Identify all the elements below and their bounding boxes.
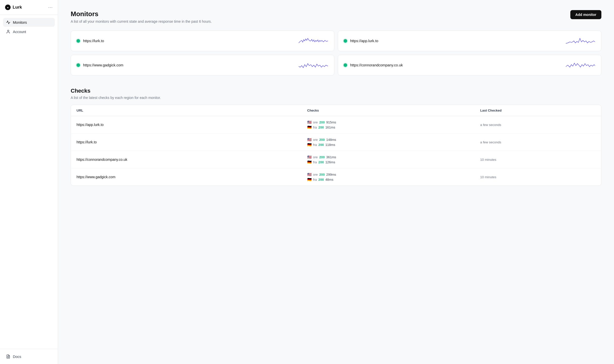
monitor-card-gadgick[interactable]: https://www.gadgick.com [71, 55, 334, 75]
table-row: https://www.gadgick.com 🇺🇸 ore 200 299ms… [71, 168, 601, 186]
region-code: ore [313, 155, 318, 159]
region-code: fra [313, 143, 317, 147]
logo-icon: ● [7, 6, 9, 9]
monitor-card-left: https://app.lurk.to [344, 39, 378, 43]
status-code: 200 [319, 173, 325, 176]
sidebar: ● Lurk ··· Monitors Account [0, 0, 58, 364]
sparkline-app-lurk-to [565, 36, 596, 46]
sidebar-item-account[interactable]: Account [3, 27, 55, 36]
check-line: 🇩🇪 fra 200 48ms [307, 177, 480, 181]
monitors-label: Monitors [13, 20, 27, 24]
monitor-url: https://lurk.to [83, 39, 104, 43]
region-code: ore [313, 138, 318, 142]
column-url: URL [76, 109, 307, 112]
monitor-card-app-lurk-to[interactable]: https://app.lurk.to [338, 31, 601, 51]
sparkline-connorand [565, 60, 596, 70]
page-header: Monitors A list of all your monitors wit… [71, 10, 601, 23]
more-options-icon[interactable]: ··· [48, 5, 53, 10]
logo-circle: ● [5, 5, 11, 10]
flag-icon: 🇺🇸 [307, 155, 312, 159]
flag-icon: 🇩🇪 [307, 125, 312, 129]
response-time: 915ms [326, 120, 336, 124]
sidebar-bottom: Docs [0, 349, 58, 364]
check-line: 🇺🇸 ore 200 148ms [307, 138, 480, 142]
sidebar-item-monitors[interactable]: Monitors [3, 18, 55, 27]
checks-subtitle: A list of the latest checks by each regi… [71, 96, 601, 100]
row-url: https://app.lurk.to [76, 123, 307, 127]
monitors-section: Monitors A list of all your monitors wit… [71, 10, 601, 75]
row-url: https://www.gadgick.com [76, 175, 307, 179]
monitor-url: https://app.lurk.to [350, 39, 378, 43]
response-time: 126ms [325, 160, 335, 164]
monitors-grid: https://lurk.to https://app.lurk.to [71, 31, 601, 75]
response-time: 361ms [326, 155, 336, 159]
main-content: Monitors A list of all your monitors wit… [58, 0, 614, 364]
status-code: 200 [319, 120, 325, 124]
flag-icon: 🇺🇸 [307, 172, 312, 176]
region-code: fra [313, 160, 317, 164]
logo: ● Lurk [5, 5, 22, 10]
checks-section: Checks A list of the latest checks by ea… [71, 88, 601, 186]
response-time: 118ms [325, 143, 335, 147]
check-line: 🇩🇪 fra 200 118ms [307, 143, 480, 147]
checks-cell: 🇺🇸 ore 200 915ms 🇩🇪 fra 200 161ms [307, 120, 480, 129]
monitor-card-left: https://lurk.to [76, 39, 104, 43]
last-checked: 10 minutes [480, 175, 596, 179]
checks-cell: 🇺🇸 ore 200 299ms 🇩🇪 fra 200 48ms [307, 172, 480, 181]
flag-icon: 🇺🇸 [307, 138, 312, 142]
page-title: Monitors [71, 10, 212, 18]
region-code: fra [313, 178, 317, 181]
last-checked: a few seconds [480, 140, 596, 144]
region-code: ore [313, 173, 318, 176]
status-code: 200 [318, 178, 324, 181]
response-time: 299ms [326, 173, 336, 176]
status-code: 200 [319, 155, 325, 159]
row-url: https://lurk.to [76, 140, 307, 144]
monitor-card-left: https://connorandcompany.co.uk [344, 63, 403, 67]
checks-table: URL Checks Last Checked https://app.lurk… [71, 105, 601, 186]
table-row: https://lurk.to 🇺🇸 ore 200 148ms 🇩🇪 fra … [71, 134, 601, 151]
monitor-card-connorand[interactable]: https://connorandcompany.co.uk [338, 55, 601, 75]
flag-icon: 🇩🇪 [307, 160, 312, 164]
column-last-checked: Last Checked [480, 109, 596, 112]
status-dot [76, 39, 80, 43]
app-name: Lurk [13, 5, 22, 10]
column-checks: Checks [307, 109, 480, 112]
svg-point-0 [8, 30, 9, 32]
page-subtitle: A list of all your monitors with current… [71, 19, 212, 23]
sparkline-gadgick [298, 60, 328, 70]
monitor-url: https://connorandcompany.co.uk [350, 63, 403, 67]
status-dot [344, 39, 347, 43]
add-monitor-button[interactable]: Add monitor [570, 10, 601, 19]
sidebar-logo: ● Lurk ··· [0, 0, 58, 15]
response-time: 48ms [325, 178, 334, 181]
page-header-text: Monitors A list of all your monitors wit… [71, 10, 212, 23]
region-code: ore [313, 120, 318, 124]
checks-title: Checks [71, 88, 601, 94]
row-url: https://connorandcompany.co.uk [76, 158, 307, 162]
response-time: 161ms [325, 125, 335, 129]
flag-icon: 🇩🇪 [307, 177, 312, 181]
table-row: https://connorandcompany.co.uk 🇺🇸 ore 20… [71, 151, 601, 168]
monitor-card-lurk-to[interactable]: https://lurk.to [71, 31, 334, 51]
flag-icon: 🇺🇸 [307, 120, 312, 124]
region-code: fra [313, 125, 317, 129]
check-line: 🇩🇪 fra 200 161ms [307, 125, 480, 129]
account-label: Account [13, 30, 26, 34]
table-header: URL Checks Last Checked [71, 105, 601, 116]
response-time: 148ms [326, 138, 336, 142]
monitor-card-left: https://www.gadgick.com [76, 63, 123, 67]
table-row: https://app.lurk.to 🇺🇸 ore 200 915ms 🇩🇪 … [71, 116, 601, 134]
last-checked: 10 minutes [480, 158, 596, 162]
last-checked: a few seconds [480, 123, 596, 127]
status-dot [344, 63, 347, 67]
sparkline-lurk-to [298, 36, 328, 46]
check-line: 🇺🇸 ore 200 299ms [307, 172, 480, 176]
check-line: 🇺🇸 ore 200 915ms [307, 120, 480, 124]
activity-icon [6, 20, 10, 24]
status-code: 200 [318, 125, 324, 129]
status-dot [76, 63, 80, 67]
sidebar-nav: Monitors Account [0, 15, 58, 349]
status-code: 200 [319, 138, 325, 142]
sidebar-item-docs[interactable]: Docs [3, 352, 55, 361]
